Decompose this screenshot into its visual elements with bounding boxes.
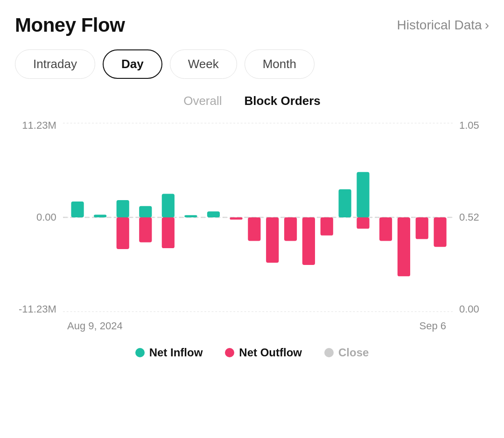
net-inflow-label: Net Inflow [149,346,203,359]
header: Money Flow Historical Data › [15,14,489,36]
svg-rect-25 [415,217,428,239]
tab-day[interactable]: Day [103,49,162,79]
y-right-mid: 0.52 [459,211,479,223]
svg-rect-7 [116,217,129,249]
svg-rect-24 [398,217,410,276]
svg-rect-6 [116,200,129,217]
chart-wrapper: 11.23M 0.00 -11.23M [15,119,489,332]
svg-rect-23 [379,217,392,241]
svg-rect-14 [230,217,242,220]
svg-rect-9 [139,217,152,242]
view-toggle: Overall Block Orders [15,94,489,108]
period-tabs: Intraday Day Week Month [15,49,489,79]
svg-rect-11 [161,217,174,248]
net-outflow-label: Net Outflow [239,346,302,359]
svg-rect-21 [357,172,369,217]
y-right-top: 1.05 [459,119,479,132]
chart-svg [63,119,453,315]
historical-data-link[interactable]: Historical Data › [397,18,489,33]
tab-month[interactable]: Month [245,49,315,79]
y-axis-right: 1.05 0.52 0.00 [453,119,485,315]
svg-rect-16 [266,217,279,263]
svg-rect-4 [71,202,84,217]
svg-rect-20 [338,189,351,217]
y-left-top: 11.23M [22,119,56,132]
close-dot [324,348,334,357]
svg-rect-26 [434,217,446,247]
svg-rect-8 [139,206,152,217]
chart-canvas [63,119,453,315]
net-inflow-dot [135,348,145,357]
legend-net-inflow: Net Inflow [135,346,203,359]
x-label-right: Sep 6 [420,320,447,332]
tab-intraday[interactable]: Intraday [15,49,95,79]
y-left-mid: 0.00 [36,211,56,223]
view-block-orders[interactable]: Block Orders [245,94,321,108]
svg-rect-5 [94,215,106,217]
chart-area: 11.23M 0.00 -11.23M [19,119,485,315]
close-label: Close [338,346,369,359]
svg-rect-13 [207,211,220,217]
net-outflow-dot [225,348,234,357]
svg-rect-12 [184,215,197,217]
svg-rect-18 [302,217,315,265]
tab-week[interactable]: Week [170,49,237,79]
svg-rect-17 [284,217,297,241]
page-title: Money Flow [15,14,125,36]
y-left-bot: -11.23M [19,303,56,315]
y-right-bot: 0.00 [459,303,479,315]
chevron-right-icon: › [485,18,489,33]
svg-rect-10 [161,194,174,217]
legend: Net Inflow Net Outflow Close [15,346,489,359]
svg-rect-22 [357,217,369,229]
x-label-left: Aug 9, 2024 [67,320,123,332]
y-axis-left: 11.23M 0.00 -11.23M [19,119,63,315]
x-axis: Aug 9, 2024 Sep 6 [67,315,446,332]
historical-data-label: Historical Data [397,18,482,33]
legend-net-outflow: Net Outflow [225,346,302,359]
legend-close: Close [324,346,369,359]
svg-rect-15 [248,217,260,241]
view-overall[interactable]: Overall [183,94,222,108]
svg-rect-19 [320,217,333,236]
